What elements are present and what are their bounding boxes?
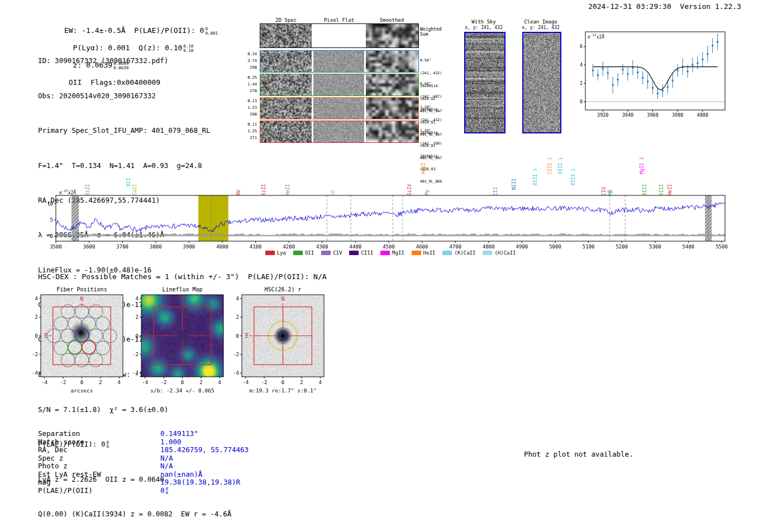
with-sky-coords: x, y: 241, 432 <box>461 25 506 30</box>
match-row-value: 000 <box>160 487 168 495</box>
weighted-sum-label: Weighted Sum <box>420 27 442 37</box>
clean-image-title: Clean Image <box>518 19 563 25</box>
info-line: Q(0.00) (K)CaII(3934) z = 0.0082 EW r = … <box>38 510 232 519</box>
match-value-text: N/A <box>160 462 173 470</box>
info-line: S/N = 7.1(±1.8) χ² = 3.6(±0.0) <box>38 405 232 414</box>
spectral-diagnostic-report: EW: -1.4±-0.5Å P(LAE)/P(OII): 000.001 P(… <box>0 0 782 532</box>
fiber-shot: v020_03 <box>420 167 442 172</box>
fiber-xy: (242, 598) <box>420 142 442 146</box>
hsc-image-xlabel: m:19.3 re:1.7" s:0.1" <box>242 387 324 394</box>
info-line: Primary Spec_Slot_IFU_AMP: 401_079_068_R… <box>38 126 232 135</box>
hsc-match-title: HSC-DEX : Possible Matches = 1 (within +… <box>38 272 327 281</box>
match-value-text: 0.149113" <box>160 429 198 438</box>
match-value-text: 1.000 <box>160 438 182 446</box>
legend-label: CIV <box>333 250 342 256</box>
legend-item: (K)CaII <box>442 250 475 256</box>
lineflux-map-xlabel: s/b: -2.34 +/- 0.065 <box>141 387 223 394</box>
column-title-pixel-flat: Pixel Flat <box>313 17 365 23</box>
fiber-2d-canvas <box>260 97 419 119</box>
main-spectrum-ylabel: e-17x2Å <box>59 189 76 195</box>
legend-label: OII <box>305 250 314 256</box>
fiber-weight: 0.13 <box>229 98 257 104</box>
match-row-value: nan(±nan)Å <box>160 471 203 479</box>
lineflux-map-canvas <box>120 291 226 389</box>
fiber-distance: 1.29" <box>420 129 442 133</box>
legend-item: Lyα <box>265 250 286 256</box>
match-row-label: Spec z <box>38 454 160 463</box>
with-sky-title: With Sky <box>461 19 506 25</box>
match-table-row: RA, Dec 185.426759, 55.774463 <box>38 446 250 454</box>
match-table-row: Spec z N/A <box>38 454 250 463</box>
legend-swatch <box>293 251 303 255</box>
fiber-positions-xlabel: arcsecs <box>41 387 123 394</box>
fiber-date: 20200514 <box>420 155 442 159</box>
match-row-value: 0.149113" <box>160 430 199 438</box>
match-value-text: 0 <box>160 486 165 495</box>
spectrum-legend: Lyα OII CIV CIII MgII HeII (K)CaII (H)Ca… <box>56 250 725 256</box>
emission-line-label: OIII } <box>532 168 538 185</box>
fiber-distance: 1.28" <box>420 106 442 110</box>
with-sky-cutout-canvas <box>464 32 506 133</box>
fiber-distance: 0.56" <box>420 59 442 63</box>
fiber-count: 270 <box>229 88 257 94</box>
timestamp-version: 2024-12-31 03:29:30 Version 1.22.3 <box>588 2 741 11</box>
match-value-text: 19.38(19.38,19.38)R <box>160 478 240 486</box>
column-title-2d-spec: 2D Spec <box>260 17 312 23</box>
fiber-count: 271 <box>229 135 257 141</box>
line-label-text: MgII } <box>639 157 645 174</box>
legend-label: (H)CaII <box>494 250 516 256</box>
fiber-row-weights: 0.13 1.23 290 <box>229 98 257 118</box>
legend-label: MgII <box>392 250 404 256</box>
match-table-row: Photo z N/A <box>38 462 250 471</box>
match-row-label: Photo z <box>38 462 160 471</box>
legend-swatch <box>265 251 275 255</box>
fiber-count: 290 <box>229 64 257 71</box>
fiber-row-weights: 0.11 1.25 271 <box>229 121 257 141</box>
match-row-value: 185.426759, 55.774463 <box>160 446 250 454</box>
weighted-label-line2: Sum <box>420 32 442 37</box>
fiber-row-weights: 0.25 1.44 270 <box>229 74 257 94</box>
legend-item: HeII <box>412 250 436 256</box>
hsc-image-canvas <box>221 291 327 389</box>
fiber-row-weights: 0.34 2.74 290 <box>229 51 257 71</box>
line-label-text: CIII } <box>547 157 552 174</box>
legend-swatch <box>442 251 452 255</box>
fiber-2d-canvas <box>260 50 419 73</box>
match-detail-table: Separation 0.149113" Match score 1.000 R… <box>38 430 250 495</box>
fiber-count: 290 <box>229 111 257 118</box>
fiber-chi2: 1.23 <box>229 104 257 111</box>
legend-swatch <box>321 251 331 255</box>
fiber-weight: 0.25 <box>229 74 257 81</box>
info-line-text: ID: 3090167332 (3090167332.pdf) <box>38 56 168 65</box>
fiber-weight: 0.34 <box>229 51 257 57</box>
info-line-text: S/N = 7.1(±1.8) χ² = 3.6(±0.0) <box>38 405 168 414</box>
emission-line-label: OIII } <box>557 157 563 174</box>
fiber-ifu-amp: 401_RL_066 <box>420 180 442 184</box>
legend-label: Lyα <box>277 250 286 256</box>
match-value-fraction: 00 <box>166 487 169 495</box>
match-table-row: mag 19.38(19.38,19.38)R <box>38 478 250 487</box>
line-label-text: OIII } <box>570 168 576 185</box>
fiber-chi2: 2.74 <box>229 57 257 64</box>
match-table-row: Separation 0.149113" <box>38 430 250 438</box>
legend-item: (H)CaII <box>483 250 516 256</box>
legend-label: HeII <box>423 250 436 256</box>
info-line: F=1.4" T=0.134 N=1.41 A=0.93 g=24.8 <box>38 161 232 170</box>
match-value-text: N/A <box>160 454 173 462</box>
match-value-text: 185.426759, 55.774463 <box>160 445 249 454</box>
match-row-label: Est LyA rest-EW <box>38 471 160 479</box>
match-value-text: nan(±nan)Å <box>160 470 202 478</box>
legend-item: CIII <box>349 250 373 256</box>
legend-item: OII <box>293 250 314 256</box>
fiber-row-annotation: 1.29" (242, 598) 20200514 v020_03 401_RL… <box>420 121 442 193</box>
legend-item: CIV <box>321 250 342 256</box>
emission-line-label: OIII } <box>570 168 576 185</box>
fiber-2d-canvas <box>260 74 419 96</box>
weighted-label-line1: Weighted <box>420 27 442 32</box>
fraction-lower: 0 <box>166 491 169 495</box>
fiber-weight: 0.11 <box>229 121 257 128</box>
info-line-text: F=1.4" T=0.134 N=1.41 A=0.93 g=24.8 <box>38 161 202 170</box>
legend-swatch <box>349 251 359 255</box>
clean-image-cutout-canvas <box>522 32 561 133</box>
info-line-text: Q(0.00) (K)CaII(3934) z = 0.0082 EW r = … <box>38 510 231 518</box>
